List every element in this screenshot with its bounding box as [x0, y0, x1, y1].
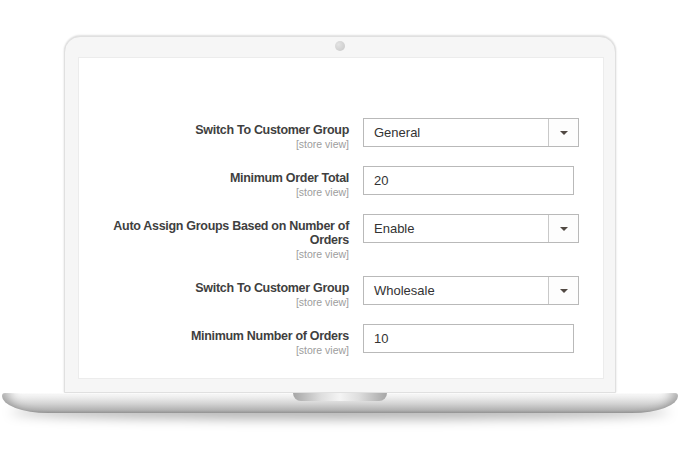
- minimum-order-total-input[interactable]: [363, 166, 574, 195]
- auto-assign-groups-select[interactable]: Enable: [363, 214, 579, 243]
- field-scope: [store view]: [79, 296, 349, 308]
- laptop-mockup-stage: Switch To Customer Group [store view] Ge…: [0, 0, 680, 450]
- field-control: Enable: [363, 214, 579, 243]
- field-control: General: [363, 118, 579, 147]
- laptop-screen: Switch To Customer Group [store view] Ge…: [78, 57, 604, 379]
- chevron-down-icon: [548, 277, 578, 304]
- field-label: Minimum Number of Orders: [79, 329, 349, 343]
- field-label-group: Auto Assign Groups Based on Number of Or…: [79, 214, 363, 260]
- minimum-number-of-orders-input[interactable]: [363, 324, 574, 353]
- form-row: Minimum Order Total [store view]: [79, 166, 603, 198]
- field-label-group: Switch To Customer Group [store view]: [79, 276, 363, 308]
- form-row: Auto Assign Groups Based on Number of Or…: [79, 214, 603, 260]
- chevron-down-icon: [548, 119, 578, 146]
- field-label: Auto Assign Groups Based on Number of Or…: [79, 219, 349, 247]
- field-scope: [store view]: [79, 344, 349, 356]
- field-scope: [store view]: [79, 138, 349, 150]
- select-value: Enable: [364, 215, 548, 242]
- switch-to-customer-group-wholesale-select[interactable]: Wholesale: [363, 276, 579, 305]
- field-control: [363, 324, 574, 353]
- form-row: Switch To Customer Group [store view] Wh…: [79, 276, 603, 308]
- field-label: Switch To Customer Group: [79, 123, 349, 137]
- field-label: Minimum Order Total: [79, 171, 349, 185]
- form-row: Switch To Customer Group [store view] Ge…: [79, 118, 603, 150]
- field-label: Switch To Customer Group: [79, 281, 349, 295]
- field-label-group: Switch To Customer Group [store view]: [79, 118, 363, 150]
- field-control: [363, 166, 574, 195]
- webcam-icon: [335, 41, 345, 51]
- laptop-lid: Switch To Customer Group [store view] Ge…: [64, 36, 616, 393]
- switch-to-customer-group-select[interactable]: General: [363, 118, 579, 147]
- field-scope: [store view]: [79, 248, 349, 260]
- chevron-down-icon: [548, 215, 578, 242]
- laptop-base-notch: [293, 393, 387, 401]
- settings-form: Switch To Customer Group [store view] Ge…: [79, 118, 603, 372]
- select-value: General: [364, 119, 548, 146]
- field-label-group: Minimum Order Total [store view]: [79, 166, 363, 198]
- field-control: Wholesale: [363, 276, 579, 305]
- field-label-group: Minimum Number of Orders [store view]: [79, 324, 363, 356]
- select-value: Wholesale: [364, 277, 548, 304]
- field-scope: [store view]: [79, 186, 349, 198]
- form-row: Minimum Number of Orders [store view]: [79, 324, 603, 356]
